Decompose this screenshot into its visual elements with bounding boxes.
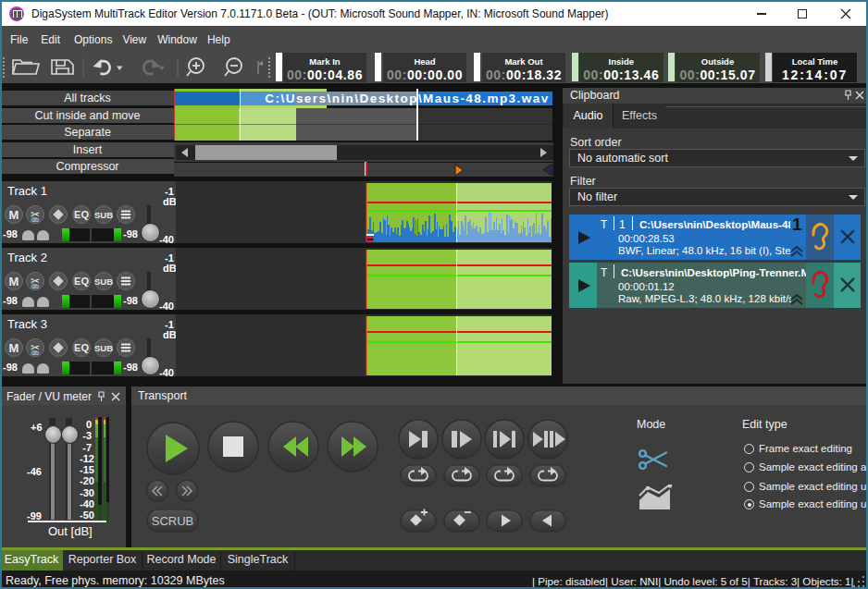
svg-text:SUB: SUB: [94, 276, 113, 287]
svg-text:EQ: EQ: [74, 276, 89, 287]
svg-text:EQ: EQ: [74, 342, 89, 353]
svg-text:M: M: [9, 341, 19, 355]
svg-text:db: db: [31, 350, 39, 356]
svg-text:SCRUB: SCRUB: [152, 514, 194, 528]
svg-text:M: M: [9, 275, 19, 288]
svg-text:SUB: SUB: [94, 343, 113, 353]
svg-text:db: db: [31, 283, 39, 289]
